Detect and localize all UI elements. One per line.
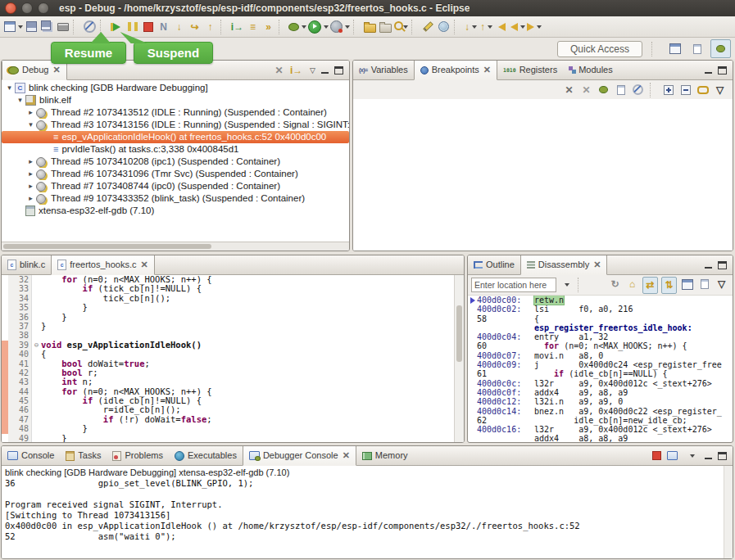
debug-horizontal-scrollbar[interactable] [2, 242, 349, 251]
disassembly-row[interactable]: addx4 a8, a8, a9 [468, 434, 733, 442]
code-line[interactable]: 48 } [2, 424, 454, 433]
tab-executables[interactable]: Executables [169, 446, 243, 465]
console-vertical-scrollbar[interactable] [724, 466, 733, 558]
save-button[interactable] [25, 19, 39, 34]
external-tools-button[interactable] [330, 19, 350, 34]
refresh-view-button[interactable]: ↻ [608, 277, 622, 292]
back-button[interactable] [510, 19, 525, 34]
disassembly-row[interactable]: 400d0c16:l32r a9, 0x400d012c <_stext+276… [468, 425, 733, 434]
debug-tree-item[interactable]: ▸Thread #9 1073433352 (blink_task) (Susp… [2, 192, 349, 205]
resume-button[interactable] [110, 19, 124, 34]
close-icon[interactable]: ✕ [343, 451, 350, 460]
debug-tree-item[interactable]: ≡esp_vApplicationIdleHook() at freertos_… [2, 131, 349, 143]
debug-tree-item[interactable]: ▸Thread #5 1073410208 (ipc1) (Suspended … [2, 156, 349, 168]
remove-all-terminated-button[interactable]: ✕ [272, 62, 286, 78]
track-expression-toggle[interactable]: ⇄ [642, 277, 658, 294]
terminate-button[interactable] [141, 19, 155, 34]
code-line[interactable]: 39⊖void esp_vApplicationIdleHook() [2, 341, 454, 350]
disassembly-row[interactable]: 400d0c0f:addx4 a9, a8, a9 [468, 388, 733, 397]
view-menu-button[interactable]: ▽ [713, 82, 727, 97]
close-icon[interactable]: ✕ [141, 260, 148, 269]
instruction-stepping-mode-button[interactable]: i→ [289, 62, 303, 78]
display-console-icon[interactable] [667, 451, 678, 460]
code-line[interactable]: 37} [2, 322, 454, 331]
disassembly-row[interactable]: 60 for (n=0; n<MAX_HOOKS; n++) { [468, 341, 733, 350]
open-perspective-button[interactable] [668, 41, 682, 56]
tab-registers[interactable]: 1010Registers [497, 61, 563, 79]
disassembly-row[interactable]: 400d0c07:movi.n a8, 0 [468, 351, 733, 360]
debug-tree-item[interactable]: ▾Thread #3 1073413156 (IDLE : Running) (… [2, 119, 349, 131]
tab-breakpoints[interactable]: Breakpoints✕ [414, 61, 497, 80]
remove-selected-breakpoints-button[interactable]: ✕ [562, 82, 576, 97]
open-resource-button[interactable] [379, 19, 392, 34]
tree-expander-icon[interactable]: ▸ [26, 106, 35, 119]
use-step-filters-button[interactable]: » [261, 19, 275, 34]
maximize-icon[interactable] [718, 452, 727, 460]
disassembly-row[interactable]: 400d0c02:lsi f0, a0, 216 [468, 305, 733, 314]
window-close-button[interactable] [5, 2, 16, 14]
step-over-button[interactable]: ↪ [188, 19, 202, 34]
open-type-button[interactable] [363, 19, 377, 34]
minimize-icon[interactable] [705, 67, 712, 74]
disassembly-row[interactable]: 400d0c00:retw.n [468, 296, 733, 305]
disassembly-row[interactable]: 62 idle_cb[n]=new_idle_cb; [468, 416, 733, 425]
home-button[interactable]: ⌂ [625, 277, 639, 292]
minimize-icon[interactable] [705, 262, 712, 269]
print-button[interactable] [56, 19, 70, 34]
step-return-button[interactable]: ↑ [203, 19, 217, 34]
tab-problems[interactable]: Problems [107, 446, 168, 465]
console-body[interactable]: blink checking [GDB Hardware Debugging] … [2, 466, 733, 558]
run-button[interactable] [308, 19, 329, 34]
disassembly-row[interactable]: 61 if (idle_cb[n]==NULL) { [468, 369, 733, 378]
search-button[interactable] [394, 19, 408, 34]
window-maximize-button[interactable] [38, 2, 49, 14]
disassembly-row[interactable]: 400d0c14:bnez.n a9, 0x400d0c22 <esp_regi… [468, 407, 733, 416]
cpp-perspective-button[interactable] [690, 41, 704, 56]
location-input[interactable]: Enter location here [471, 278, 556, 292]
instruction-stepping-button[interactable]: i→ [230, 19, 244, 34]
collapse-all-button[interactable] [678, 82, 692, 97]
window-minimize-button[interactable] [21, 2, 33, 14]
tree-expander-icon[interactable]: ▸ [26, 156, 35, 168]
tab-blink-c[interactable]: cblink.c [2, 255, 51, 274]
debug-button[interactable] [288, 19, 306, 34]
disassembly-row[interactable]: 58{ [468, 314, 733, 323]
console-dropdown-button[interactable] [684, 448, 698, 463]
save-all-button[interactable] [40, 19, 54, 34]
disassembly-row[interactable]: 400d0c09:j 0x400d0c24 <esp_register_free [468, 360, 733, 369]
location-dropdown-button[interactable] [559, 278, 573, 293]
tree-expander-icon[interactable]: ▸ [26, 192, 35, 205]
terminate-console-icon[interactable] [652, 451, 661, 460]
tree-expander-icon[interactable]: ▾ [5, 82, 14, 94]
code-line[interactable]: 36 } [2, 313, 454, 322]
disassembly-row[interactable]: 400d0c04:entry a1, 32 [468, 332, 733, 341]
close-icon[interactable]: ✕ [483, 65, 491, 75]
tab-disassembly[interactable]: Disassembly✕ [520, 255, 608, 275]
tree-expander-icon[interactable]: ▸ [26, 168, 35, 180]
debug-tree-item[interactable]: ▾blink.elf [2, 94, 349, 106]
expand-all-button[interactable] [661, 82, 675, 97]
tab-modules[interactable]: Modules [563, 61, 619, 79]
skip-all-breakpoints-toggle[interactable] [631, 82, 645, 97]
tab-memory[interactable]: Memory [356, 446, 414, 465]
maximize-icon[interactable] [718, 66, 727, 75]
sync-with-active-context-toggle[interactable]: ⇅ [661, 277, 677, 294]
debug-perspective-button[interactable] [710, 39, 731, 58]
tree-expander-icon[interactable]: ▸ [26, 180, 35, 192]
mark-occurrences-button[interactable] [421, 19, 435, 34]
debug-tree-item[interactable]: xtensa-esp32-elf-gdb (7.10) [2, 205, 349, 217]
view-menu-button[interactable]: ▽ [715, 277, 728, 292]
tab-debugger-console[interactable]: Debugger Console✕ [243, 446, 356, 466]
step-into-button[interactable]: ↓ [172, 19, 186, 34]
quick-access-input[interactable]: Quick Access [557, 41, 642, 57]
close-icon[interactable]: ✕ [52, 65, 60, 75]
debug-tree-item[interactable]: ▸Thread #6 1073431096 (Tmr Svc) (Suspend… [2, 168, 349, 180]
new-wizard-button[interactable] [4, 19, 23, 34]
debug-tree-item[interactable]: ▾Cblink checking [GDB Hardware Debugging… [2, 82, 349, 94]
code-line[interactable]: 35 } [2, 303, 454, 312]
go-to-file-button[interactable] [614, 82, 628, 97]
suspend-button[interactable] [125, 19, 139, 34]
tab-console[interactable]: Console [2, 446, 60, 465]
remove-all-breakpoints-button[interactable]: ✕ [579, 82, 593, 97]
editor-vertical-scrollbar[interactable] [454, 275, 464, 442]
